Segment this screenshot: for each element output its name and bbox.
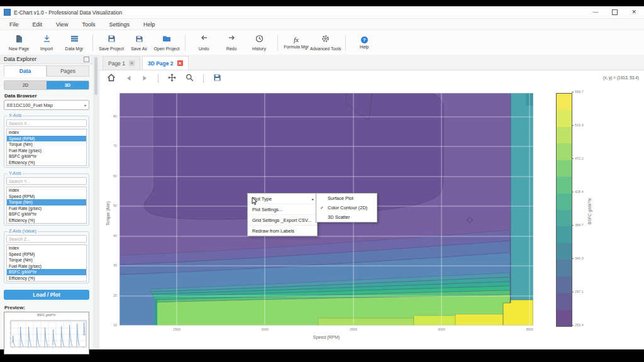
close-tab-icon[interactable]: ✕: [177, 60, 183, 66]
back-icon[interactable]: [125, 73, 132, 84]
home-icon[interactable]: [107, 73, 116, 84]
y-tick-label: 70: [103, 144, 117, 148]
title-bar: E-Chart v1.0 - Professional Data Visuali…: [0, 6, 644, 19]
preview-plot-canvas: [4, 317, 89, 352]
list-item-selected[interactable]: Speed (RPM): [7, 136, 86, 142]
close-icon[interactable]: ✕: [631, 9, 636, 15]
panel-toggle-icon[interactable]: [84, 57, 89, 62]
menu-help[interactable]: Help: [136, 21, 162, 28]
formula-fx-icon: fx: [294, 36, 299, 43]
toolbar-separator: [345, 35, 346, 51]
maximize-icon[interactable]: [612, 9, 618, 15]
minimize-icon[interactable]: —: [592, 9, 598, 15]
history-button[interactable]: History: [245, 34, 273, 51]
y-tick-label: 60: [103, 174, 117, 178]
list-item[interactable]: Torque (Nm): [7, 257, 86, 263]
sidebar-scrollbar[interactable]: [93, 55, 99, 349]
tab-pages[interactable]: Pages: [47, 65, 89, 77]
close-tab-icon[interactable]: ✕: [129, 60, 135, 66]
colorbar-tick: 428.4: [575, 190, 584, 194]
menu-settings[interactable]: Settings: [102, 21, 136, 28]
scrollbar-thumb[interactable]: [94, 57, 97, 95]
list-item-selected[interactable]: Torque (Nm): [7, 199, 86, 206]
z-axis-label: Z-Axis (Value): [8, 229, 38, 233]
toggle-2d-button[interactable]: 2D: [4, 81, 47, 89]
dimension-toggle: 2D 3D: [4, 80, 89, 90]
menu-item-grid-settings-export-csv[interactable]: Grid Settings _Export CSV...: [248, 215, 317, 226]
list-item[interactable]: Fuel Rate (g/sec): [7, 206, 86, 212]
plot-nav-toolbar: (x, y) = (1913, 53.4): [99, 70, 644, 87]
forward-icon[interactable]: [142, 73, 148, 84]
menu-view[interactable]: View: [49, 21, 75, 28]
list-item[interactable]: BSFC g/kW*hr: [7, 153, 86, 160]
x-axis-label: X-Axis: [8, 113, 23, 118]
list-item[interactable]: Efficiency (%): [7, 160, 86, 166]
load-plot-button[interactable]: Load / Plot: [4, 290, 89, 300]
import-icon: [43, 34, 51, 45]
colorbar-tick: 253.4: [575, 323, 584, 327]
dataset-select[interactable]: EE1DC100_Fuel Map ▾: [4, 100, 89, 110]
tab-3d-page-2[interactable]: 3D Page 2 ✕: [142, 56, 189, 70]
advanced-tools-button[interactable]: Advanced Tools: [310, 34, 341, 51]
list-item[interactable]: Torque (Nm): [7, 141, 86, 148]
menu-item-redraw-from-labels[interactable]: Redraw from Labels: [248, 226, 317, 236]
y-tick-label: 10: [103, 323, 117, 327]
checkmark-icon: ✓: [320, 206, 328, 211]
open-project-button[interactable]: Open Project: [153, 34, 180, 51]
y-axis-search-input[interactable]: [6, 177, 87, 185]
y-tick-label: 20: [103, 293, 117, 297]
submenu-item-color-contour-2d[interactable]: ✓ Color Contour (2D): [316, 203, 377, 212]
y-tick-label: 50: [103, 204, 117, 207]
redo-button[interactable]: Redo: [218, 34, 245, 51]
list-item[interactable]: index: [7, 187, 86, 194]
menu-item-plot-type[interactable]: Plot Type ▸: [248, 194, 317, 204]
list-item[interactable]: Fuel Rate (g/sec): [7, 263, 86, 270]
menu-tools[interactable]: Tools: [75, 21, 102, 28]
z-axis-search-input[interactable]: [6, 235, 87, 243]
undo-button[interactable]: Undo: [190, 34, 218, 51]
gear-icon: [321, 34, 330, 45]
toggle-3d-button[interactable]: 3D: [47, 81, 89, 89]
coordinate-readout: (x, y) = (1913, 53.4): [603, 75, 639, 80]
page-tab-bar: Page 1 ✕ 3D Page 2 ✕: [99, 55, 644, 70]
x-tick-label: 3500: [522, 327, 537, 331]
list-item[interactable]: Efficiency (%): [7, 217, 86, 224]
save-project-button[interactable]: Save Project: [97, 34, 125, 51]
window-title: E-Chart v1.0 - Professional Data Visuali…: [14, 9, 592, 16]
menu-file[interactable]: File: [3, 21, 26, 28]
menu-item-plot-settings[interactable]: Plot Settings...: [248, 204, 317, 215]
menu-edit[interactable]: Edit: [26, 21, 50, 28]
save-as-button[interactable]: Save As: [125, 34, 153, 51]
import-button[interactable]: Import: [33, 34, 60, 51]
colorbar-tick: 559.7: [575, 90, 584, 94]
tab-page-1[interactable]: Page 1 ✕: [103, 56, 140, 70]
z-axis-group: Z-Axis (Value) index Speed (RPM) Torque …: [4, 231, 89, 283]
list-item[interactable]: Efficiency (%): [7, 275, 86, 282]
submenu-item-3d-scatter[interactable]: 3D Scatter: [316, 212, 377, 222]
new-page-button[interactable]: New Page: [5, 34, 33, 51]
list-item[interactable]: Speed (RPM): [7, 251, 86, 258]
y-tick-label: 30: [103, 263, 117, 267]
formula-manager-button[interactable]: fx Formula Mgr: [282, 36, 310, 49]
submenu-item-surface-plot[interactable]: Surface Plot: [316, 194, 377, 203]
app-window: E-Chart v1.0 - Professional Data Visuali…: [0, 6, 644, 349]
list-item[interactable]: BSFC g/kW*hr: [7, 211, 86, 217]
menu-bar: File Edit View Tools Settings Help: [0, 19, 644, 30]
pan-icon[interactable]: [168, 73, 176, 84]
list-item-selected[interactable]: BSFC g/kW*hr: [7, 269, 86, 275]
list-item[interactable]: Speed (RPM): [7, 194, 86, 200]
save-figure-icon[interactable]: [213, 73, 221, 84]
undo-arrow-icon: [200, 34, 208, 45]
list-item[interactable]: Fuel Rate (g/sec): [7, 148, 86, 154]
x-tick-label: 1500: [169, 327, 184, 331]
help-button[interactable]: ? Help: [350, 36, 378, 49]
tab-data[interactable]: Data: [4, 65, 47, 77]
list-item[interactable]: index: [7, 129, 86, 136]
x-axis-list: index Speed (RPM) Torque (Nm) Fuel Rate …: [6, 129, 87, 166]
x-axis-search-input[interactable]: [6, 119, 87, 127]
list-item[interactable]: index: [7, 245, 86, 251]
colorbar-tick: 297.1: [575, 290, 584, 293]
data-manager-button[interactable]: Data Mgr: [60, 34, 88, 51]
zoom-icon[interactable]: [186, 73, 194, 84]
colorbar-tick: 340.9: [575, 256, 584, 260]
